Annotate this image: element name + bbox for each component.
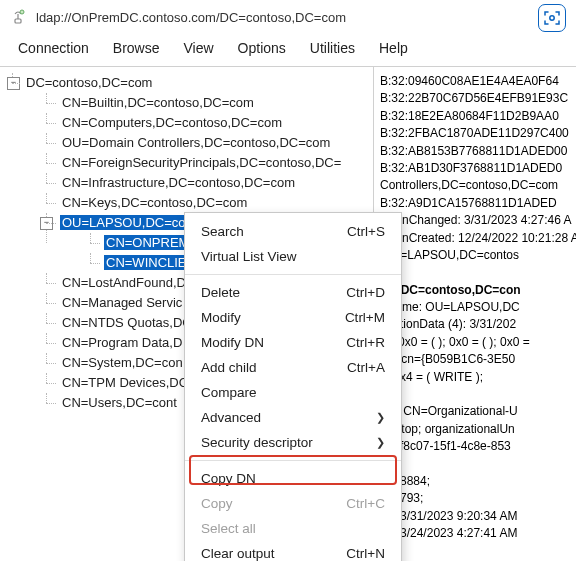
- detail-line: whenCreated: 12/24/2022 10:21:28 A: [380, 230, 576, 247]
- tree-node[interactable]: CN=Infrastructure,DC=contoso,DC=com: [34, 173, 374, 193]
- ctx-search[interactable]: SearchCtrl+S: [185, 219, 401, 244]
- detail-line: whenChanged: 3/31/2023 4:27:46 A: [380, 212, 576, 229]
- svg-point-1: [20, 10, 24, 14]
- ctx-clear-output[interactable]: Clear outputCtrl+N: [185, 541, 401, 561]
- menu-utilities[interactable]: Utilities: [298, 36, 367, 60]
- svg-rect-0: [15, 19, 21, 23]
- menu-browse[interactable]: Browse: [101, 36, 172, 60]
- ctx-copy: CopyCtrl+C: [185, 491, 401, 516]
- detail-line: B:32:09460C08AE1E4A4EA0F64: [380, 73, 576, 90]
- separator: [185, 460, 401, 461]
- detail-line: ory: CN=Organizational-U: [380, 403, 576, 420]
- detail-line: : 28793;: [380, 490, 576, 507]
- detail-line: B:32:A9D1CA15768811D1ADED: [380, 195, 576, 212]
- tree-node[interactable]: CN=Keys,DC=contoso,DC=com: [34, 193, 374, 213]
- ctx-modify-dn[interactable]: Modify DNCtrl+R: [185, 330, 401, 355]
- detail-line: B:32:22B70C67D56E4EFB91E93C: [380, 90, 576, 107]
- ctx-modify[interactable]: ModifyCtrl+M: [185, 305, 401, 330]
- detail-line: (2): top; organizationalUn: [380, 421, 576, 438]
- tree-node[interactable]: CN=Computers,DC=contoso,DC=com: [34, 113, 374, 133]
- collapse-icon[interactable]: −: [7, 77, 20, 90]
- ctx-advanced[interactable]: Advanced❯: [185, 405, 401, 430]
- svg-point-2: [550, 16, 554, 20]
- detail-line: OU;: [380, 386, 576, 403]
- detail-line: ed: 3/31/2023 9:20:34 AM: [380, 508, 576, 525]
- detail-line: d: 28884;: [380, 473, 576, 490]
- detail-line: DU,DC=contoso,DC=con: [380, 282, 576, 299]
- snip-button[interactable]: [538, 4, 566, 32]
- detail-line: : ;: [380, 264, 576, 281]
- detail-line: e: 0x4 = ( WRITE );: [380, 369, 576, 386]
- detail-line: 'OU=LAPSOU,DC=contos: [380, 247, 576, 264]
- menu-options[interactable]: Options: [226, 36, 298, 60]
- window-title: ldap://OnPremDC.contoso.com/DC=contoso,D…: [36, 10, 346, 25]
- chevron-right-icon: ❯: [376, 411, 385, 424]
- detail-line: ( ); 0x0 = ( ); 0x0 = ( ); 0x0 =: [380, 334, 576, 351]
- menu-connection[interactable]: Connection: [6, 36, 101, 60]
- ctx-delete[interactable]: DeleteCtrl+D: [185, 280, 401, 305]
- app-icon: [8, 7, 28, 27]
- separator: [185, 274, 401, 275]
- detail-line: ;: [380, 456, 576, 473]
- tree-node[interactable]: CN=Builtin,DC=contoso,DC=com: [34, 93, 374, 113]
- chevron-right-icon: ❯: [376, 436, 385, 449]
- detail-line: B:32:AB8153B7768811D1ADED00: [380, 143, 576, 160]
- detail-line: B:32:2FBAC1870ADE11D297C400: [380, 125, 576, 142]
- detail-pane[interactable]: B:32:09460C08AE1E4A4EA0F64 B:32:22B70C67…: [374, 67, 576, 561]
- detail-line: B:32:AB1D30F3768811D1ADED0: [380, 160, 576, 177]
- detail-line: Controllers,DC=contoso,DC=com: [380, 177, 576, 194]
- detail-line: dName: OU=LAPSOU,DC: [380, 299, 576, 316]
- ctx-compare[interactable]: Compare: [185, 380, 401, 405]
- context-menu: SearchCtrl+S Virtual List View DeleteCtr…: [184, 212, 402, 561]
- ctx-virtual-list-view[interactable]: Virtual List View: [185, 244, 401, 269]
- detail-line: ed: 3/24/2023 4:27:41 AM: [380, 525, 576, 542]
- detail-line: B:32:18E2EA80684F11D2B9AA0: [380, 108, 576, 125]
- ctx-copy-dn[interactable]: Copy DN: [185, 466, 401, 491]
- detail-line: agationData (4): 3/31/202: [380, 316, 576, 333]
- detail-line: ab3f8c07-15f1-4c8e-853: [380, 438, 576, 455]
- tree-node[interactable]: CN=ForeignSecurityPrincipals,DC=contoso,…: [34, 153, 374, 173]
- menu-view[interactable]: View: [172, 36, 226, 60]
- ctx-security-descriptor[interactable]: Security descriptor❯: [185, 430, 401, 455]
- ctx-select-all: Select all: [185, 516, 401, 541]
- titlebar: ldap://OnPremDC.contoso.com/DC=contoso,D…: [0, 0, 576, 34]
- detail-line: \P://cn={B059B1C6-3E50: [380, 351, 576, 368]
- ldp-window: ldap://OnPremDC.contoso.com/DC=contoso,D…: [0, 0, 576, 561]
- tree-node[interactable]: OU=Domain Controllers,DC=contoso,DC=com: [34, 133, 374, 153]
- collapse-icon[interactable]: −: [40, 217, 53, 230]
- ctx-add-child[interactable]: Add childCtrl+A: [185, 355, 401, 380]
- menubar: Connection Browse View Options Utilities…: [0, 34, 576, 66]
- menu-help[interactable]: Help: [367, 36, 420, 60]
